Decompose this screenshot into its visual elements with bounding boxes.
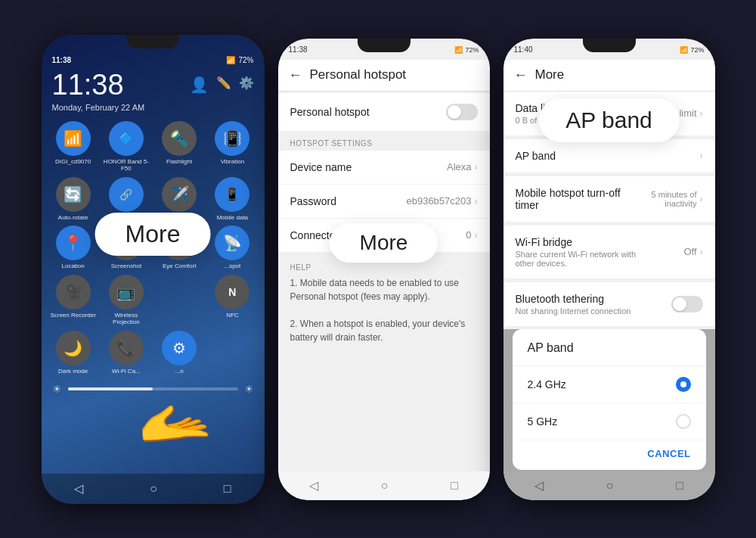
home-date: Monday, February 22 AM <box>42 103 265 117</box>
phone-1-screen: 11:38 📶 72% 11:38 👤 ✏️ ⚙️ Monday, Februa… <box>42 35 265 504</box>
device-name-value: Alexa <box>447 161 472 173</box>
help-text-1: 1. Mobile data needs to be enabled to us… <box>290 276 478 303</box>
option-5ghz-label: 5 GHz <box>528 415 558 428</box>
dialog-footer: CANCEL <box>513 440 706 470</box>
wifi-bridge-value: Off <box>683 246 696 257</box>
notch-1 <box>126 35 179 48</box>
bt-tethering-row[interactable]: Bluetooth tethering Not sharing Internet… <box>503 282 715 327</box>
more-pill-1[interactable]: More <box>95 213 211 256</box>
back-button-3[interactable]: ← <box>514 67 528 83</box>
auto-rotate-toggle[interactable]: 🔄 Auto-rotate <box>49 177 98 222</box>
password-chevron: › <box>475 196 478 207</box>
brightness-track[interactable] <box>68 387 238 390</box>
nav-back-2[interactable]: ◁ <box>309 478 318 493</box>
ap-band-section: AP band › <box>503 139 715 173</box>
radio-2-4ghz[interactable] <box>676 377 691 392</box>
option-2-4ghz-label: 2.4 GHz <box>528 378 566 390</box>
more-pill-2[interactable]: More <box>330 223 438 263</box>
mobile-data-toggle[interactable]: 📱 Mobile data <box>208 177 256 222</box>
ap-band-dialog: AP band 2.4 GHz 5 GHz CANCEL <box>513 329 706 470</box>
brightness-control[interactable]: ☀ ☀ <box>42 380 265 398</box>
device-name-label: Device name <box>290 161 352 173</box>
dark-mode-toggle[interactable]: 🌙 Dark mode <box>49 331 98 375</box>
battery-status: 72% <box>238 56 253 64</box>
nav-bar-1: ◁ ○ □ <box>42 474 265 504</box>
bt-tethering-sub: Not sharing Internet connection <box>516 306 631 316</box>
personal-hotspot-toggle[interactable] <box>446 104 478 120</box>
wifi-bridge-chevron: › <box>700 247 703 257</box>
wifi-bridge-sub: Share current Wi-Fi network with other d… <box>516 250 637 268</box>
phone-1: 11:38 📶 72% 11:38 👤 ✏️ ⚙️ Monday, Februa… <box>42 35 265 504</box>
connected-devices-chevron: › <box>475 230 478 241</box>
bluetooth-quick-toggle[interactable]: 🔷 HONOR Band 5-F50 <box>102 121 150 173</box>
flashlight-quick-toggle[interactable]: 🔦 Flashlight <box>155 121 203 173</box>
back-button-2[interactable]: ← <box>289 67 302 83</box>
avatar-icon: 👤 <box>190 76 209 94</box>
help-label: HELP <box>290 263 478 272</box>
home-screen: 11:38 📶 72% 11:38 👤 ✏️ ⚙️ Monday, Februa… <box>42 35 265 504</box>
vibration-quick-toggle[interactable]: 📳 Vibration <box>208 121 256 173</box>
hotspot-title: Personal hotspot <box>310 67 407 82</box>
radio-5ghz[interactable] <box>676 414 691 429</box>
data-limit-chevron: › <box>700 108 703 119</box>
ap-band-pill: AP band <box>538 98 680 142</box>
timer-label: Mobile hotspot turn-off timer <box>516 187 629 211</box>
bt-tethering-label: Bluetooth tethering <box>516 293 631 305</box>
wifi-bridge-row[interactable]: Wi-Fi bridge Share current Wi-Fi network… <box>503 225 715 279</box>
wifi-bridge-label: Wi-Fi bridge <box>516 236 637 248</box>
hotspot-header: ← Personal hotspot <box>278 60 490 92</box>
password-row[interactable]: Password eb936b57c203 › <box>278 185 490 219</box>
timer-value: 5 minutes of inactivity <box>629 190 697 208</box>
home-time: 11:38 <box>52 69 124 101</box>
notch-3 <box>583 39 636 52</box>
wireless-proj-toggle[interactable]: 📺 Wireless Projection <box>102 275 150 326</box>
personal-hotspot-label: Personal hotspot <box>290 106 370 118</box>
location-toggle[interactable]: 📍 Location <box>49 225 98 270</box>
status-time-2: 11:38 <box>289 45 308 54</box>
dialog-title: AP band <box>513 341 706 366</box>
password-label: Password <box>290 195 336 207</box>
extra-toggle[interactable]: ⚙ ...n <box>155 331 203 375</box>
nav-back-1[interactable]: ◁ <box>74 481 83 496</box>
nav-home-2[interactable]: ○ <box>381 479 389 493</box>
bt-tethering-toggle[interactable] <box>671 296 703 313</box>
personal-hotspot-row[interactable]: Personal hotspot <box>278 93 490 132</box>
dialog-option-2-4ghz[interactable]: 2.4 GHz <box>513 366 706 403</box>
settings-icon[interactable]: ⚙️ <box>239 76 254 94</box>
nav-bar-2: ◁ ○ □ <box>278 471 490 500</box>
connected-devices-value: 0 <box>466 229 471 241</box>
nav-home-1[interactable]: ○ <box>150 482 157 496</box>
wifi-quick-toggle[interactable]: 📶 DIGI_cd9070 <box>49 121 98 173</box>
status-time-3: 11:40 <box>514 45 533 54</box>
help-section: HELP 1. Mobile data needs to be enabled … <box>278 254 490 353</box>
personal-hotspot-section: Personal hotspot <box>278 93 490 132</box>
edit-icon[interactable]: ✏️ <box>216 76 231 94</box>
signal-icon-2: 📶 <box>454 46 463 54</box>
nfc-toggle[interactable]: N NFC <box>208 275 256 326</box>
battery-2: 72% <box>465 46 479 54</box>
notch-2 <box>358 39 411 52</box>
password-value: eb936b57c203 <box>406 195 471 207</box>
ap-band-chevron: › <box>700 151 703 161</box>
ap-band-row[interactable]: AP band › <box>503 139 715 173</box>
brightness-high-icon: ☀ <box>244 383 254 395</box>
wifi-icon-status: 📶 <box>226 56 235 64</box>
dialog-option-5ghz[interactable]: 5 GHz <box>513 403 706 440</box>
empty-slot <box>208 331 256 375</box>
hotspot-settings-section-label: HOTSPOT SETTINGS <box>278 132 490 151</box>
timer-chevron: › <box>700 194 703 204</box>
nav-recent-1[interactable]: □ <box>224 482 231 496</box>
phone-2: 11:38 📶 72% ← Personal hotspot Personal … <box>278 39 490 500</box>
device-name-row[interactable]: Device name Alexa › <box>278 151 490 185</box>
hotspot-toggle[interactable]: 📡 ...spot <box>208 225 256 270</box>
more-title: More <box>535 67 565 82</box>
bt-tethering-section: Bluetooth tethering Not sharing Internet… <box>503 282 715 327</box>
timer-row[interactable]: Mobile hotspot turn-off timer 5 minutes … <box>503 176 715 222</box>
home-status-time: 11:38 <box>52 56 72 64</box>
screen-recorder-toggle[interactable]: 🎥 Screen Recorder <box>49 275 98 326</box>
timer-section: Mobile hotspot turn-off timer 5 minutes … <box>503 176 715 222</box>
nav-recent-2[interactable]: □ <box>451 479 458 493</box>
cancel-button[interactable]: CANCEL <box>647 448 690 459</box>
wifi-calling-toggle[interactable]: 📞 Wi-Fi Ca... <box>102 331 150 375</box>
more-header: ← More <box>503 60 715 92</box>
